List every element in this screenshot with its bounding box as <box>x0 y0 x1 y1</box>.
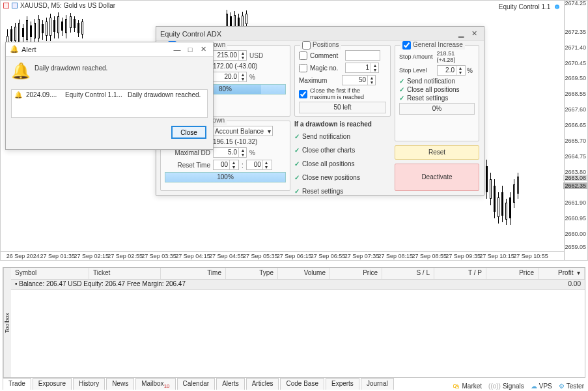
gen-reset-settings[interactable]: Reset settings <box>407 94 448 102</box>
general-checkbox[interactable] <box>402 41 411 50</box>
current-value: 172.00 (-43.00) <box>213 63 257 70</box>
stop-level-input[interactable]: 2.0▴▾ <box>437 65 466 76</box>
toolbox-label: Toolbox <box>3 268 11 377</box>
positions-group: Positions <box>300 41 341 50</box>
bell-icon: 🔔 <box>10 45 19 53</box>
balance-row: • Balance: 206.47 USD Equity: 206.47 Fre… <box>11 280 585 290</box>
tab-codebase[interactable]: Code Base <box>280 378 324 390</box>
tab-exposure[interactable]: Exposure <box>33 378 72 390</box>
x-axis: 26 Sep 2024 27 Sep 01:35 27 Sep 02:15 27… <box>1 251 564 260</box>
bell-large-icon: 🔔 <box>11 62 29 80</box>
alert-title: Alert <box>21 46 36 53</box>
y-axis: 2674.25 2672.35 2671.40 2670.45 2669.50 … <box>564 1 587 260</box>
tab-history[interactable]: History <box>73 378 105 390</box>
alert-list[interactable]: 🔔 2024.09.... Equity Control 1.1... Dail… <box>11 89 208 118</box>
tab-alerts[interactable]: Alerts <box>216 378 245 390</box>
tab-articles[interactable]: Articles <box>246 378 279 390</box>
market-status[interactable]: 🛍Market <box>453 383 482 390</box>
tab-trade[interactable]: Trade <box>3 378 31 390</box>
dd-close-all-positions[interactable]: Close all positions <box>302 160 355 167</box>
comment-checkbox[interactable] <box>299 51 307 60</box>
bell-small-icon: 🔔 <box>14 91 22 98</box>
alert-window[interactable]: 🔔 Alert — □ ✕ 🔔 Daily drawdown reached. … <box>5 42 214 150</box>
positions-left: 50 left <box>299 102 386 113</box>
tab-journal[interactable]: Journal <box>361 378 394 390</box>
alert-close-button[interactable]: Close <box>171 126 206 139</box>
terminal-header: Symbol Ticket Time Type Volume Price S /… <box>11 268 585 280</box>
general-pct: 0% <box>399 103 475 115</box>
minimize-icon[interactable]: ▁ <box>455 29 467 39</box>
alert-close-icon[interactable]: ✕ <box>197 44 209 55</box>
tab-experts[interactable]: Experts <box>326 378 359 390</box>
chart-title-text: XAUUSD, M5: Gold vs US Dollar <box>20 2 115 9</box>
total-maxdd-input[interactable]: 5.0▴▾ <box>213 147 247 158</box>
alert-message: Daily drawdown reached. <box>35 62 107 80</box>
equity-control-title: Equity Control ADX <box>160 30 221 38</box>
dd-reset-settings[interactable]: Reset settings <box>302 188 343 195</box>
price-tag-bid: 2663.08 <box>563 175 587 181</box>
gen-send-notification[interactable]: Send notification <box>407 78 455 85</box>
gen-close-all-positions[interactable]: Close all positions <box>407 86 460 93</box>
reset-min-input[interactable]: 00▴▾ <box>246 160 272 170</box>
reset-hour-input[interactable]: 00▴▾ <box>213 160 239 170</box>
alert-titlebar[interactable]: 🔔 Alert — □ ✕ <box>6 42 213 57</box>
alert-row[interactable]: 🔔 2024.09.... Equity Control 1.1... Dail… <box>12 90 207 100</box>
general-increase-group: General Increase <box>400 41 465 50</box>
status-bar: 🛍Market ((o))Signals ☁VPS ⚙Tester <box>453 383 584 390</box>
positions-checkbox[interactable] <box>302 41 311 50</box>
tab-news[interactable]: News <box>106 378 134 390</box>
dd-close-other-charts[interactable]: Close other charts <box>302 147 355 154</box>
amount-input[interactable]: 215.00▴▾ <box>213 50 247 61</box>
equity-control-titlebar[interactable]: Equity Control ADX ▁ ✕ <box>156 27 484 41</box>
dd-send-notification[interactable]: Send notification <box>302 133 350 140</box>
close-icon[interactable]: ✕ <box>468 29 480 39</box>
chart-icon <box>3 3 9 8</box>
drawdown-reached-title: If a drawdown is reached <box>294 121 391 128</box>
tab-mailbox[interactable]: Mailbox10 <box>135 378 175 390</box>
chart-icon2 <box>12 3 18 8</box>
alert-minimize-icon[interactable]: — <box>171 44 183 55</box>
maxdd-input[interactable]: 20.0▴▾ <box>213 72 247 82</box>
terminal-panel[interactable]: Toolbox Symbol Ticket Time Type Volume P… <box>3 267 585 378</box>
deactivate-button[interactable]: Deactivate <box>395 164 479 191</box>
chart-title: XAUUSD, M5: Gold vs US Dollar <box>3 2 115 9</box>
dd-close-new-positions[interactable]: Close new positions <box>302 174 360 181</box>
signals-status[interactable]: ((o))Signals <box>488 383 524 390</box>
tester-status[interactable]: ⚙Tester <box>559 383 584 390</box>
tab-calendar[interactable]: Calendar <box>177 378 216 390</box>
vps-status[interactable]: ☁VPS <box>531 383 552 390</box>
close-first-checkbox[interactable] <box>299 90 307 98</box>
magic-checkbox[interactable] <box>299 64 307 72</box>
alert-maximize-icon[interactable]: □ <box>184 44 196 55</box>
reset-button[interactable]: Reset <box>395 145 479 160</box>
magic-input[interactable]: 1▴▾ <box>345 63 379 73</box>
comment-input[interactable] <box>345 50 380 61</box>
mode-select[interactable]: Account Balance▾ <box>213 126 273 136</box>
total-dd-bar: 100% <box>165 172 286 182</box>
maximum-input[interactable]: 50▴▾ <box>342 75 376 85</box>
price-tag-ask: 2662.35 <box>563 182 587 189</box>
